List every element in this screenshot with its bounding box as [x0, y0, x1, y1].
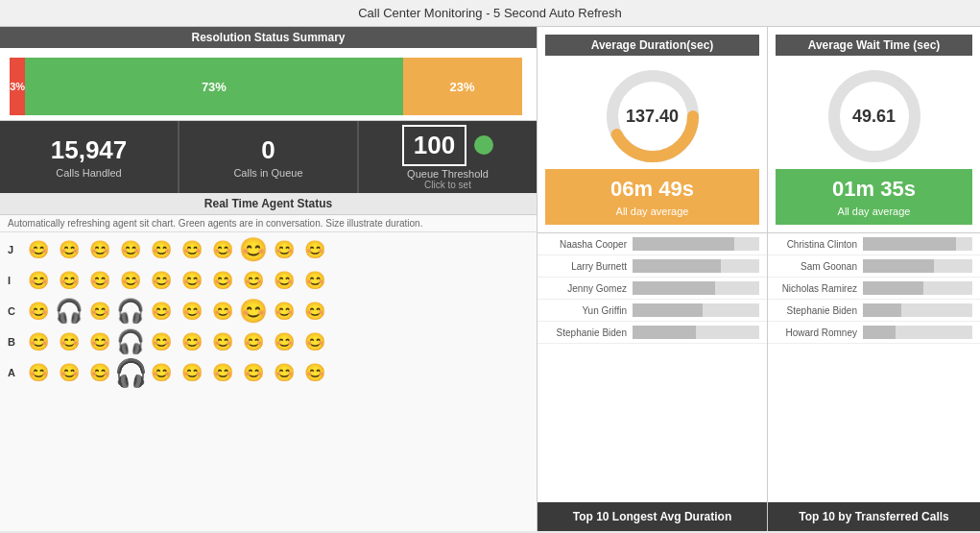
avg-duration-value: 137.40 — [626, 107, 679, 127]
agent-face: 😊 — [240, 298, 267, 325]
leaderboard-row: Sam Goonan — [768, 255, 980, 278]
lb-bar-container — [863, 303, 972, 317]
agent-face: 😊 — [271, 298, 298, 325]
lb-bar — [863, 237, 956, 251]
agent-face: 😊 — [117, 267, 144, 294]
lb-name: Larry Burnett — [545, 261, 627, 272]
threshold-label: Queue Threshold — [407, 168, 489, 180]
lb-name: Stephanie Biden — [545, 327, 627, 338]
avg-wait-donut: 49.61 — [822, 63, 927, 169]
avg-duration-label: All day average — [545, 206, 759, 225]
calls-handled-box: 15,947 Calls Handled — [0, 121, 179, 193]
agent-face: 😊 — [117, 236, 144, 263]
agent-row: I😊😊😊😊😊😊😊😊😊😊 — [8, 267, 529, 294]
agent-face: 😊 — [240, 236, 267, 263]
agent-row-label: I — [8, 275, 21, 286]
calls-queue-value: 0 — [261, 135, 275, 165]
top-transferred-section: Christina ClintonSam GoonanNicholas Rami… — [768, 233, 980, 502]
agent-face: 😊 — [179, 298, 205, 325]
agent-row-label: A — [8, 367, 21, 378]
lb-bar-container — [633, 259, 759, 273]
leaderboard-row: Yun Griffin — [538, 300, 767, 322]
bar-orange: 23% — [403, 58, 522, 115]
agent-face: 😊 — [301, 359, 328, 386]
calls-handled-value: 15,947 — [51, 135, 128, 165]
top-duration-button[interactable]: Top 10 Longest Avg Duration — [538, 502, 767, 531]
lb-bar — [863, 259, 934, 273]
lb-bar-container — [633, 326, 759, 339]
lb-name: Jenny Gomez — [545, 283, 627, 294]
avg-wait-display: 01m 35s — [776, 169, 972, 206]
agent-face: 😊 — [240, 267, 267, 294]
lb-bar — [863, 281, 923, 295]
leaderboard-row: Howard Romney — [768, 322, 980, 344]
agent-face: 😊 — [271, 328, 298, 355]
leaderboard-row: Naasha Cooper — [538, 233, 767, 255]
top-duration-section: Naasha CooperLarry BurnettJenny GomezYun… — [538, 233, 767, 502]
agent-face: 😊 — [25, 328, 52, 355]
leaderboard-row: Christina Clinton — [768, 233, 980, 255]
threshold-value: 100 — [402, 125, 466, 166]
agent-face: 😊 — [25, 359, 52, 386]
lb-bar-container — [863, 259, 972, 273]
agent-row: J😊😊😊😊😊😊😊😊😊😊 — [8, 236, 529, 263]
agent-face: 😊 — [301, 328, 328, 355]
agent-face: 😊 — [86, 328, 113, 355]
leaderboard-row: Larry Burnett — [538, 255, 767, 278]
lb-bar — [633, 281, 715, 295]
agent-face: 😊 — [25, 298, 52, 325]
lb-bar-container — [863, 326, 972, 339]
avg-wait-value: 49.61 — [852, 107, 896, 127]
agent-face: 🎧 — [117, 359, 144, 386]
lb-bar-container — [633, 237, 759, 251]
bar-green: 73% — [25, 58, 402, 115]
agent-face: 😊 — [56, 236, 83, 263]
lb-name: Yun Griffin — [545, 305, 627, 316]
agent-face: 😊 — [179, 236, 205, 263]
agent-face: 😊 — [179, 359, 205, 386]
lb-name: Naasha Cooper — [545, 239, 627, 250]
resolution-header: Resolution Status Summary — [0, 27, 537, 48]
queue-threshold-box[interactable]: 100 Queue Threshold Click to set — [359, 121, 537, 193]
lb-bar-container — [863, 237, 972, 251]
lb-bar — [633, 237, 734, 251]
agent-status-header: Real Time Agent Status — [0, 193, 537, 215]
agent-face: 😊 — [271, 267, 298, 294]
resolution-bar-chart: 3% 73% 23% — [10, 58, 527, 115]
agent-face: 😊 — [209, 236, 236, 263]
agent-face: 😊 — [86, 359, 113, 386]
left-panel: Resolution Status Summary 3% 73% 23% 15,… — [0, 27, 538, 531]
lb-name: Christina Clinton — [776, 239, 857, 250]
middle-panel: Average Duration(sec) 137.40 06m 49s All… — [538, 27, 768, 531]
agent-face: 😊 — [209, 267, 236, 294]
agent-face: 😊 — [271, 236, 298, 263]
agent-face: 😊 — [148, 236, 175, 263]
agent-row-label: J — [8, 244, 21, 255]
agent-row-label: C — [8, 305, 21, 317]
agent-face: 😊 — [301, 236, 328, 263]
agent-status-desc: Automatically refreshing agent sit chart… — [0, 215, 537, 232]
agent-face: 😊 — [25, 236, 52, 263]
lb-name: Stephanie Biden — [776, 305, 857, 316]
status-dot — [474, 135, 493, 155]
lb-bar-container — [863, 281, 972, 295]
agent-row-label: B — [8, 336, 21, 348]
avg-duration-display: 06m 49s — [545, 169, 759, 206]
lb-bar-container — [633, 281, 759, 295]
lb-name: Nicholas Ramirez — [776, 283, 857, 294]
stats-row: 15,947 Calls Handled 0 Calls in Queue 10… — [0, 121, 537, 193]
threshold-display: 100 — [402, 125, 493, 166]
threshold-sublabel: Click to set — [424, 180, 471, 190]
agent-face: 😊 — [301, 298, 328, 325]
agent-face: 😊 — [25, 267, 52, 294]
lb-bar — [863, 303, 901, 317]
lb-bar-container — [633, 303, 759, 317]
top-transferred-button[interactable]: Top 10 by Transferred Calls — [768, 502, 980, 531]
lb-name: Sam Goonan — [776, 261, 857, 272]
leaderboard-row: Stephanie Biden — [538, 322, 767, 344]
agent-grid: J😊😊😊😊😊😊😊😊😊😊I😊😊😊😊😊😊😊😊😊😊C😊🎧😊🎧😊😊😊😊😊😊B😊😊😊🎧😊😊… — [0, 232, 537, 394]
calls-handled-label: Calls Handled — [56, 167, 121, 179]
agent-face: 😊 — [271, 359, 298, 386]
lb-bar — [633, 326, 696, 339]
agent-face: 🎧 — [117, 328, 144, 355]
